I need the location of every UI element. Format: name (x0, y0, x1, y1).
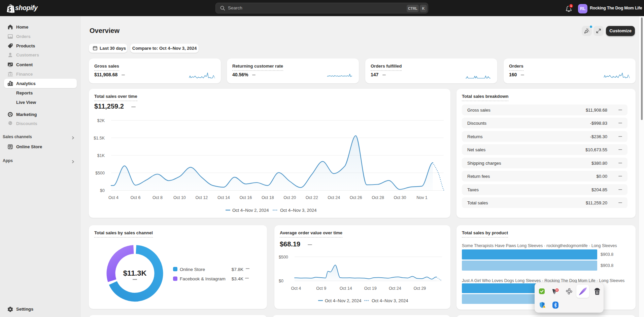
svg-text:Online Store: Online Store (180, 267, 205, 272)
svg-text:Oct 4–Nov 2, 2024: Oct 4–Nov 2, 2024 (325, 298, 361, 303)
svg-text:$1K: $1K (97, 153, 105, 158)
svg-text:Oct 20: Oct 20 (283, 195, 296, 200)
svg-text:Oct 22: Oct 22 (306, 195, 318, 200)
svg-text:$0: $0 (279, 279, 283, 283)
svg-text:Oct 4: Oct 4 (108, 195, 118, 200)
svg-text:Oct 14: Oct 14 (340, 286, 352, 291)
svg-text:Oct 30: Oct 30 (394, 195, 406, 200)
svg-text:Oct 16: Oct 16 (239, 195, 252, 200)
svg-text:Oct 9: Oct 9 (316, 286, 326, 291)
svg-text:$7.8K: $7.8K (232, 267, 243, 272)
svg-text:Facebook & Instagram: Facebook & Instagram (180, 276, 226, 281)
svg-text:Oct 6: Oct 6 (131, 195, 141, 200)
svg-text:$500: $500 (279, 255, 288, 260)
svg-text:Oct 4–Nov 3, 2024: Oct 4–Nov 3, 2024 (372, 298, 408, 303)
svg-text:$11.3K: $11.3K (123, 269, 147, 277)
svg-text:Oct 4: Oct 4 (291, 286, 301, 291)
svg-text:Oct 28: Oct 28 (372, 195, 384, 200)
svg-text:Oct 24: Oct 24 (389, 286, 401, 291)
svg-text:$1.5K: $1.5K (94, 136, 105, 141)
svg-text:$0: $0 (100, 188, 105, 193)
svg-text:Oct 4–Nov 3, 2024: Oct 4–Nov 3, 2024 (280, 208, 316, 213)
svg-text:Oct 24: Oct 24 (328, 195, 340, 200)
svg-text:Oct 29: Oct 29 (413, 286, 426, 291)
svg-text:Oct 4–Nov 2, 2024: Oct 4–Nov 2, 2024 (232, 208, 269, 213)
svg-text:Nov 1: Nov 1 (416, 195, 428, 200)
svg-text:Oct 14: Oct 14 (217, 195, 230, 200)
svg-text:Oct 10: Oct 10 (173, 195, 186, 200)
svg-text:Oct 18: Oct 18 (262, 195, 274, 200)
svg-text:$3.4K: $3.4K (232, 276, 243, 281)
svg-text:Oct 8: Oct 8 (152, 195, 163, 200)
svg-text:$2K: $2K (97, 118, 105, 123)
svg-text:Oct 19: Oct 19 (364, 286, 377, 291)
svg-text:$500: $500 (95, 171, 105, 175)
svg-text:Oct 26: Oct 26 (350, 195, 362, 200)
svg-text:Oct 12: Oct 12 (195, 195, 208, 200)
